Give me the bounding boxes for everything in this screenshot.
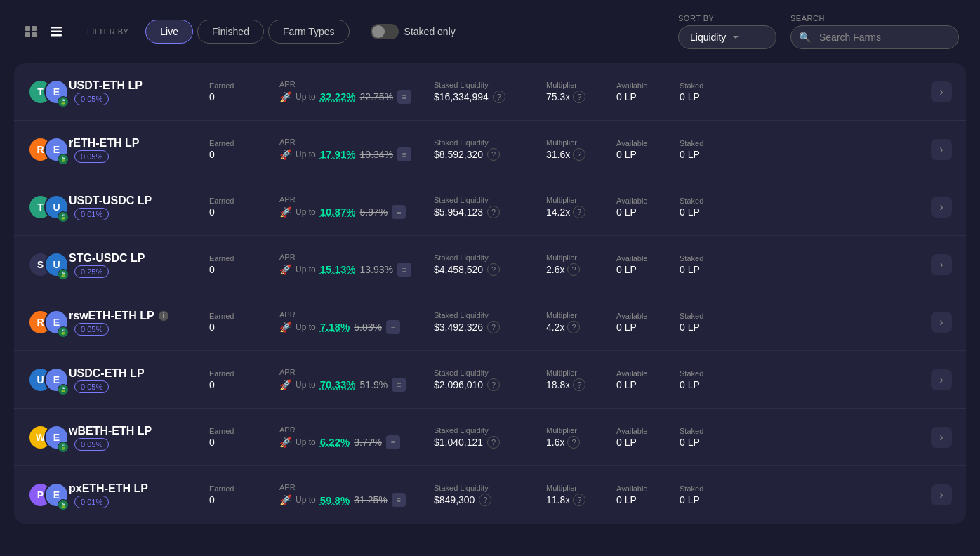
expand-button[interactable]: ›	[931, 369, 952, 390]
fee-badge: 0.25%	[74, 265, 109, 278]
apr-secondary: 51.9%	[360, 379, 388, 390]
farm-row: R E 🍃 rswETH-ETH LP i 0.05% Earned 0 APR…	[14, 293, 966, 351]
live-filter-btn[interactable]: Live	[145, 20, 193, 44]
fee-badge: 0.05%	[74, 93, 109, 105]
earned-label: Earned	[209, 484, 279, 493]
farm-icons: W E 🍃	[28, 425, 69, 450]
sort-select[interactable]: Liquidity	[678, 25, 776, 49]
apr-main[interactable]: 32.22%	[320, 91, 356, 102]
apr-main[interactable]: 70.33%	[320, 378, 356, 390]
apr-main[interactable]: 59.8%	[320, 494, 350, 506]
farm-name-col: rswETH-ETH LP i 0.05%	[69, 310, 209, 335]
earned-value: 0	[209, 437, 279, 448]
apr-secondary: 10.34%	[360, 149, 393, 160]
staked-col-label: Staked	[680, 254, 743, 263]
apr-value: 🚀 Up to 17.91% 10.34% ≡	[279, 147, 434, 161]
help-icon[interactable]: ?	[487, 378, 500, 391]
staked-col: Staked 0 LP	[680, 484, 743, 505]
liquidity-label: Staked Liquidity	[434, 253, 546, 262]
apr-main[interactable]: 15.13%	[320, 263, 356, 275]
help-icon[interactable]: ?	[487, 436, 500, 449]
calc-icon[interactable]: ≡	[392, 378, 406, 392]
apr-label: APR	[279, 425, 434, 434]
multiplier-value: 14.2x ?	[546, 206, 616, 218]
search-input[interactable]	[790, 25, 959, 49]
info-icon[interactable]: i	[159, 311, 168, 321]
expand-button[interactable]: ›	[931, 254, 952, 275]
multiplier-help-icon[interactable]: ?	[567, 263, 580, 276]
multiplier-help-icon[interactable]: ?	[567, 321, 580, 333]
calc-icon[interactable]: ≡	[392, 205, 406, 219]
earned-value: 0	[209, 494, 279, 505]
apr-label: APR	[279, 483, 434, 491]
expand-button[interactable]: ›	[931, 197, 952, 218]
grid-view-icon[interactable]	[21, 22, 41, 41]
apr-up-to: Up to	[296, 207, 316, 217]
expand-button[interactable]: ›	[931, 427, 952, 448]
expand-button[interactable]: ›	[931, 312, 952, 333]
help-icon[interactable]: ?	[493, 91, 505, 103]
liquidity-row: $849,300 ?	[434, 494, 546, 506]
help-icon[interactable]: ?	[487, 148, 500, 161]
expand-button[interactable]: ›	[931, 139, 952, 160]
apr-col: APR 🚀 Up to 7.18% 5.03% ≡	[279, 310, 434, 334]
help-icon[interactable]: ?	[487, 206, 500, 218]
fee-badge: 0.05%	[74, 323, 109, 336]
multiplier-help-icon[interactable]: ?	[567, 436, 580, 449]
available-value: 0 LP	[616, 494, 680, 505]
multiplier-help-icon[interactable]: ?	[573, 494, 585, 506]
staked-only-toggle[interactable]	[371, 24, 399, 39]
multiplier-number: 11.8x	[546, 494, 570, 505]
multiplier-col: Multiplier 75.3x ?	[546, 81, 616, 103]
liquidity-col: Staked Liquidity $849,300 ?	[434, 484, 546, 506]
protocol-badge: 🍃	[58, 326, 69, 338]
help-icon[interactable]: ?	[479, 494, 491, 506]
earned-label: Earned	[209, 139, 279, 147]
calc-icon[interactable]: ≡	[397, 263, 411, 277]
apr-col: APR 🚀 Up to 6.22% 3.77% ≡	[279, 425, 434, 449]
multiplier-label: Multiplier	[546, 253, 616, 262]
earned-label: Earned	[209, 81, 279, 90]
list-view-icon[interactable]	[46, 22, 66, 41]
farm-name: rETH-ETH LP	[69, 137, 139, 150]
help-icon[interactable]: ?	[487, 263, 500, 276]
earned-label: Earned	[209, 254, 279, 263]
multiplier-help-icon[interactable]: ?	[573, 206, 585, 218]
apr-main[interactable]: 10.87%	[320, 206, 356, 218]
filter-label: FILTER BY	[87, 27, 128, 36]
liquidity-col: Staked Liquidity $4,458,520 ?	[434, 253, 546, 276]
apr-main[interactable]: 17.91%	[320, 148, 356, 160]
filter-group: Live Finished Farm Types	[145, 20, 349, 44]
farm-types-btn[interactable]: Farm Types	[268, 20, 350, 44]
multiplier-help-icon[interactable]: ?	[573, 148, 585, 161]
staked-col-value: 0 LP	[680, 379, 743, 390]
available-label: Available	[616, 81, 680, 90]
earned-col: Earned 0	[209, 484, 279, 505]
apr-main[interactable]: 6.22%	[320, 436, 350, 448]
calc-icon[interactable]: ≡	[397, 90, 411, 104]
available-value: 0 LP	[616, 264, 680, 275]
multiplier-number: 75.3x	[546, 91, 570, 102]
calc-icon[interactable]: ≡	[392, 493, 406, 507]
multiplier-help-icon[interactable]: ?	[573, 378, 585, 391]
earned-value: 0	[209, 91, 279, 102]
liquidity-value: $1,040,121	[434, 437, 483, 448]
calc-icon[interactable]: ≡	[386, 435, 400, 449]
sort-group: SORT BY Liquidity	[678, 14, 776, 49]
multiplier-help-icon[interactable]: ?	[573, 91, 585, 103]
liquidity-row: $4,458,520 ?	[434, 263, 546, 276]
staked-col-label: Staked	[680, 197, 743, 205]
available-col: Available 0 LP	[616, 139, 680, 160]
fee-badge: 0.05%	[74, 438, 109, 451]
liquidity-col: Staked Liquidity $16,334,994 ?	[434, 81, 546, 103]
farm-name: wBETH-ETH LP	[69, 425, 152, 437]
apr-main[interactable]: 7.18%	[320, 321, 350, 333]
calc-icon[interactable]: ≡	[397, 147, 411, 161]
expand-button[interactable]: ›	[931, 484, 952, 505]
liquidity-row: $2,096,010 ?	[434, 378, 546, 391]
expand-button[interactable]: ›	[931, 81, 952, 102]
finished-filter-btn[interactable]: Finished	[197, 20, 264, 44]
help-icon[interactable]: ?	[487, 321, 500, 333]
farm-name-row: USDT-ETH LP	[69, 79, 209, 92]
calc-icon[interactable]: ≡	[386, 320, 400, 334]
